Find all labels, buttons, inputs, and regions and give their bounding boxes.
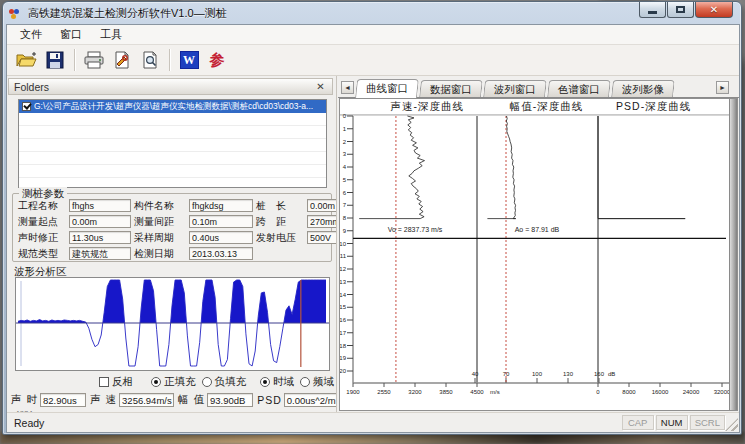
svg-text:3: 3 — [343, 151, 347, 157]
fill-positive-radio[interactable]: 正填充 — [151, 375, 196, 389]
fill-negative-radio[interactable]: 负填充 — [202, 375, 247, 389]
svg-text:5: 5 — [343, 177, 347, 183]
print-preview-button[interactable] — [136, 47, 164, 73]
list-row-empty — [19, 126, 326, 139]
titlebar[interactable]: 高铁建筑混凝土检测分析软件V1.0—测桩 ✕ — [3, 2, 741, 24]
param-value: 2013.03.13 — [189, 247, 253, 260]
menu-item-2[interactable]: 工具 — [91, 25, 131, 44]
param-label: 桩 长 — [256, 199, 304, 213]
checkbox-icon[interactable] — [99, 377, 109, 387]
close-button[interactable]: ✕ — [695, 2, 733, 18]
waveform-box[interactable] — [15, 277, 330, 371]
svg-text:17: 17 — [340, 330, 347, 336]
folders-listbox[interactable]: G:\公司产品设计开发\超声仪器\超声仪实地检测数据\测桩cd\cd03\cd0… — [18, 99, 327, 188]
tab-波列影像[interactable]: 波列影像 — [611, 80, 675, 97]
param-label: 跨 距 — [256, 215, 304, 229]
tab-scroll-left-button[interactable]: ◄ — [341, 81, 354, 94]
svg-text:7: 7 — [343, 202, 347, 208]
tab-label: 数据窗口 — [430, 83, 472, 97]
maximize-button[interactable] — [667, 2, 694, 18]
param-label: 测量起点 — [18, 215, 66, 229]
params-button[interactable]: 参 — [203, 47, 231, 73]
print-button[interactable] — [80, 47, 108, 73]
tab-数据窗口[interactable]: 数据窗口 — [419, 80, 483, 97]
param-value: fhgkdsg — [189, 199, 253, 212]
radio-selected-icon[interactable] — [260, 377, 270, 387]
chart-title-velocity: 声速-深度曲线 — [376, 100, 479, 114]
minimize-button[interactable] — [639, 2, 666, 18]
svg-text:14: 14 — [340, 292, 347, 298]
freq-domain-label: 频域 — [313, 375, 334, 389]
param-label: 规范类型 — [18, 247, 66, 261]
pile-params-groupbox: 测桩参数 工程名称fhghs构件名称fhgkdsg桩 长0.00m测量起点0.0… — [12, 193, 332, 262]
readout-row: 声 时82.90us声 速3256.94m/s幅 值93.90dBPSD0.00… — [9, 392, 337, 408]
svg-text:4: 4 — [343, 164, 347, 170]
open-file-button[interactable] — [13, 47, 41, 73]
minimize-icon — [648, 11, 657, 14]
tab-scroll-right-button[interactable]: ► — [716, 81, 729, 94]
svg-text:160: 160 — [594, 371, 605, 377]
save-button[interactable] — [41, 47, 69, 73]
svg-text:1: 1 — [343, 126, 347, 132]
menu-item-1[interactable]: 窗口 — [51, 25, 91, 44]
window-title: 高铁建筑混凝土检测分析软件V1.0—测桩 — [28, 6, 227, 21]
chart-title-psd: PSD-深度曲线 — [602, 100, 705, 114]
status-bar: Ready CAPNUMSCRL — [7, 412, 739, 432]
print-setup-icon — [113, 51, 131, 69]
resize-grip-icon[interactable] — [725, 418, 738, 431]
svg-text:m/s: m/s — [490, 389, 500, 395]
status-key-scrl: SCRL — [690, 415, 725, 430]
vertical-scrollbar[interactable] — [729, 99, 737, 410]
freq-domain-radio[interactable]: 频域 — [300, 375, 334, 389]
tab-label: 曲线窗口 — [366, 82, 408, 96]
left-panel: Folders ✕ G:\公司产品设计开发\超声仪器\超声仪实地检测数据\测桩c… — [7, 76, 337, 412]
invert-label: 反相 — [112, 375, 133, 389]
word-export-button[interactable]: W — [175, 47, 203, 73]
radio-selected-icon[interactable] — [151, 377, 161, 387]
svg-text:Ao = 87.91 dB: Ao = 87.91 dB — [515, 226, 560, 233]
tab-色谱窗口[interactable]: 色谱窗口 — [547, 80, 611, 97]
chart-plot-holder: 0123456789101112131415161718192019002550… — [340, 114, 729, 410]
svg-text:100: 100 — [532, 371, 543, 377]
tab-曲线窗口[interactable]: 曲线窗口 — [355, 79, 419, 98]
list-item[interactable]: G:\公司产品设计开发\超声仪器\超声仪实地检测数据\测桩cd\cd03\cd0… — [19, 100, 326, 113]
print-preview-icon — [141, 51, 159, 69]
invert-checkbox[interactable]: 反相 — [99, 375, 133, 389]
print-setup-button[interactable] — [108, 47, 136, 73]
tab-波列窗口[interactable]: 波列窗口 — [483, 80, 547, 97]
close-icon: ✕ — [710, 4, 718, 15]
svg-text:0: 0 — [596, 389, 600, 395]
radio-icon[interactable] — [300, 377, 310, 387]
readout-value-3: 0.00us^2/m — [284, 393, 337, 407]
toolbar-separator — [169, 49, 170, 71]
param-label: 构件名称 — [134, 199, 186, 213]
time-domain-radio[interactable]: 时域 — [260, 375, 294, 389]
readout-label-1: 声 速 — [90, 393, 117, 407]
param-label: 工程名称 — [18, 199, 66, 213]
folders-close-icon[interactable]: ✕ — [314, 81, 327, 92]
status-key-num: NUM — [656, 415, 688, 430]
waveform-controls: 反相 正填充 负填充 时域 — [7, 375, 337, 389]
svg-text:16000: 16000 — [652, 389, 669, 395]
chart-titles: 声速-深度曲线 幅值-深度曲线 PSD-深度曲线 — [340, 100, 737, 114]
depth-charts-area[interactable]: 声速-深度曲线 幅值-深度曲线 PSD-深度曲线 012345678910111… — [339, 98, 738, 411]
app-window: 高铁建筑混凝土检测分析软件V1.0—测桩 ✕ 文件窗口工具 — [2, 1, 742, 435]
svg-text:dB: dB — [608, 371, 615, 377]
param-value: 0.10m — [189, 215, 253, 228]
svg-text:13: 13 — [340, 279, 347, 285]
tab-label: 波列影像 — [622, 83, 664, 97]
tabs: 曲线窗口数据窗口波列窗口色谱窗口波列影像 — [356, 79, 676, 97]
svg-text:3850: 3850 — [439, 389, 453, 395]
desktop: 高铁建筑混凝土检测分析软件V1.0—测桩 ✕ 文件窗口工具 — [0, 0, 745, 444]
fill-positive-label: 正填充 — [164, 375, 196, 389]
checkbox-checked-icon[interactable] — [22, 102, 31, 111]
param-label: 测量间距 — [134, 215, 186, 229]
readout-value-0: 82.90us — [40, 393, 86, 407]
tab-label: 波列窗口 — [494, 83, 536, 97]
readout-label-3: PSD — [257, 394, 282, 406]
param-value: 11.30us — [69, 231, 131, 244]
param-value: 500V — [307, 231, 337, 244]
waveform-svg — [16, 278, 329, 370]
radio-icon[interactable] — [202, 377, 212, 387]
menu-item-0[interactable]: 文件 — [11, 25, 51, 44]
